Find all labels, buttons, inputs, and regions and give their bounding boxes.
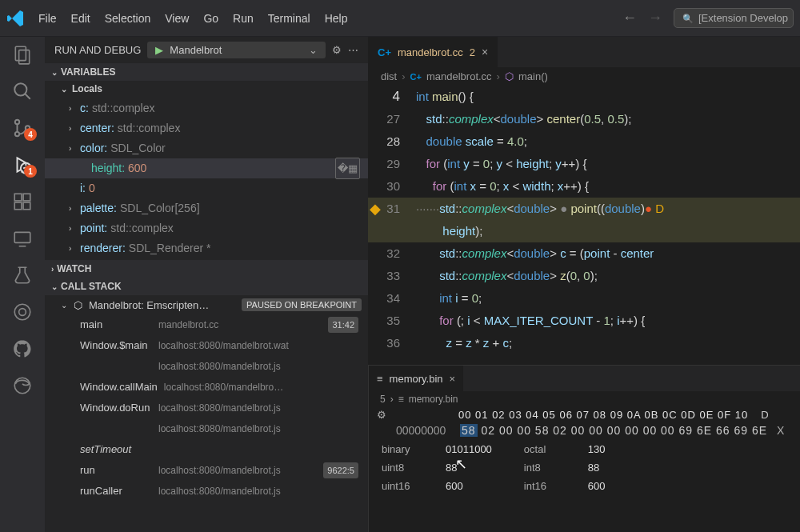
svg-point-4 [15, 120, 19, 124]
svg-line-3 [25, 94, 30, 99]
variable-row[interactable]: ›point: std::complex [45, 218, 368, 238]
binary-file-icon: ≡ [377, 373, 383, 385]
memory-inspector: binary01011000uint888uint16600 octal130i… [369, 438, 800, 497]
callstack-frame[interactable]: Window.$mainlocalhost:8080/mandelbrot.wa… [45, 335, 368, 356]
chevron-down-icon[interactable]: ⌄ [309, 44, 318, 56]
svg-point-2 [14, 83, 26, 95]
svg-rect-10 [23, 194, 30, 201]
variables-header[interactable]: ⌄VARIABLES [45, 63, 368, 81]
menu-edit[interactable]: Edit [71, 12, 90, 25]
callstack-frame[interactable]: runlocalhost:8080/mandelbrot.js9622:5 [45, 460, 368, 481]
breakpoint-icon[interactable]: ◆ [370, 198, 381, 220]
memory-row[interactable]: 00000000 58 02 00 00 58 02 00 00 00 00 0… [369, 422, 800, 438]
svg-rect-1 [19, 50, 30, 64]
extensions-icon[interactable] [11, 190, 34, 213]
debug-badge: 1 [24, 165, 37, 178]
tab-modified-count: 2 [470, 46, 475, 58]
svg-rect-12 [23, 202, 30, 210]
more-icon[interactable]: ⋯ [348, 44, 358, 56]
memory-tab[interactable]: ≡ memory.bin × [369, 366, 463, 391]
scm-badge: 4 [24, 128, 37, 141]
bug-icon: ⬡ [74, 299, 82, 311]
memory-panel: ≡ memory.bin × 5› ≡ memory.bin ⚙ 00 01 0… [368, 365, 800, 532]
callstack-frame[interactable]: setTimeout [45, 439, 368, 460]
code-editor[interactable]: 4int main() { 27 std::complex<double> ce… [368, 86, 800, 354]
callstack-frame[interactable]: Window.callMainlocalhost:8080/mandelbro… [45, 377, 368, 398]
svg-point-15 [14, 304, 30, 320]
svg-rect-0 [15, 46, 26, 60]
run-debug-title: RUN AND DEBUG [54, 44, 141, 56]
variable-row[interactable]: ›color: SDL_Color [45, 138, 368, 158]
explorer-icon[interactable] [11, 43, 34, 66]
nav-forward-icon[interactable]: → [648, 10, 662, 26]
callstack-thread[interactable]: ⌄ ⬡ Mandelbrot: Emscripten… PAUSED ON BR… [45, 295, 368, 314]
gear-icon[interactable]: ⚙ [332, 44, 342, 56]
cursor-icon: ↖ [455, 455, 467, 473]
menu-help[interactable]: Help [325, 12, 348, 25]
vscode-logo-icon [6, 9, 26, 28]
callstack-frame[interactable]: mainmandelbrot.cc31:42 [45, 314, 368, 335]
variable-row[interactable]: i: 0 [45, 178, 368, 198]
editor-tab[interactable]: C+ mandelbrot.cc 2 × [368, 37, 498, 67]
variable-row[interactable]: height: 600�▦ [45, 158, 368, 178]
config-name: Mandelbrot [170, 44, 222, 56]
callstack-frame[interactable]: localhost:8080/mandelbrot.js [45, 356, 368, 377]
github-icon[interactable] [11, 338, 34, 360]
variable-row[interactable]: ›c: std::complex [45, 98, 368, 118]
menu-selection[interactable]: Selection [105, 12, 151, 25]
cube-icon: ⬡ [505, 70, 514, 82]
paused-badge: PAUSED ON BREAKPOINT [242, 298, 362, 311]
variable-row[interactable]: ›palette: SDL_Color[256] [45, 198, 368, 218]
locals-header[interactable]: ⌄Locals [45, 81, 368, 97]
memory-view-icon[interactable]: �▦ [335, 158, 360, 179]
variable-list: ›c: std::complex›center: std::complex›co… [45, 97, 368, 260]
close-icon[interactable]: × [450, 373, 456, 385]
callstack-frame[interactable]: localhost:8080/mandelbrot.js [45, 418, 368, 439]
menu-terminal[interactable]: Terminal [268, 12, 310, 25]
callstack-frame[interactable]: Window.doRunlocalhost:8080/mandelbrot.js [45, 398, 368, 418]
svg-point-16 [19, 309, 26, 316]
menu-file[interactable]: File [38, 12, 57, 25]
callstack-frame[interactable]: runCallerlocalhost:8080/mandelbrot.js [45, 481, 368, 502]
cpp-file-icon: C+ [378, 46, 391, 58]
svg-rect-11 [14, 202, 22, 210]
command-center-search[interactable]: [Extension Develop [674, 8, 794, 28]
cpp-file-icon: C+ [410, 72, 422, 82]
debug-icon[interactable]: 1 [11, 154, 34, 176]
menu-go[interactable]: Go [203, 12, 218, 25]
search-icon[interactable] [11, 80, 34, 102]
svg-rect-9 [14, 194, 22, 201]
close-icon[interactable]: × [482, 46, 488, 58]
svg-rect-13 [14, 232, 30, 242]
references-icon[interactable] [11, 301, 34, 323]
menu-view[interactable]: View [165, 12, 189, 25]
breadcrumb[interactable]: dist› C+ mandelbrot.cc› ⬡ main() [368, 67, 800, 86]
testing-icon[interactable] [11, 264, 34, 286]
debug-config-select[interactable]: ▶ Mandelbrot ⌄ [147, 42, 326, 58]
variable-row[interactable]: ›center: std::complex [45, 118, 368, 138]
gear-icon[interactable]: ⚙ [377, 409, 386, 421]
svg-point-5 [15, 132, 19, 136]
variable-row[interactable]: ›renderer: SDL_Renderer * [45, 238, 368, 258]
callstack-header[interactable]: ⌄CALL STACK [45, 278, 368, 295]
source-control-icon[interactable]: 4 [11, 117, 34, 139]
menu-run[interactable]: Run [233, 12, 254, 25]
watch-header[interactable]: ›WATCH [45, 260, 368, 278]
edge-icon[interactable] [11, 374, 34, 397]
play-icon[interactable]: ▶ [155, 44, 163, 56]
nav-back-icon[interactable]: ← [622, 10, 637, 26]
remote-icon[interactable] [11, 227, 34, 250]
tab-filename: mandelbrot.cc [398, 46, 463, 58]
binary-file-icon: ≡ [398, 394, 404, 405]
